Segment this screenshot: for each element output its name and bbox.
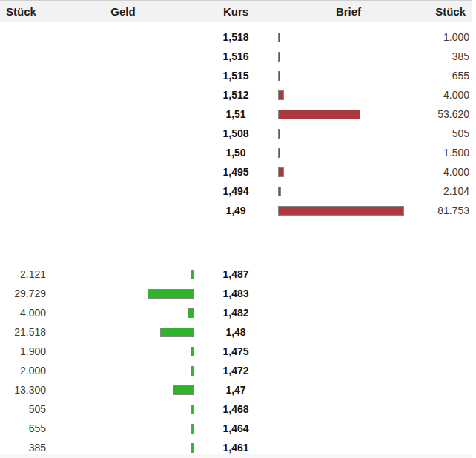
bid-row[interactable]: 1,4821.518 <box>0 322 476 342</box>
ask-volume-bar <box>278 206 404 216</box>
stueck-value: 655 <box>452 66 469 85</box>
kurs-value: 1,475 <box>191 342 280 361</box>
ask-row[interactable]: 1,5124.000 <box>0 85 476 104</box>
header-stueck-left: Stück <box>6 1 36 22</box>
ask-row[interactable]: 1,4981.753 <box>0 201 476 220</box>
kurs-value: 1,515 <box>191 66 280 85</box>
bid-volume-bar <box>191 424 194 434</box>
bid-row[interactable]: 1,4824.000 <box>0 303 476 322</box>
kurs-value: 1,487 <box>191 265 280 284</box>
ask-row[interactable]: 1,508505 <box>0 124 476 143</box>
bid-volume-bar <box>191 347 194 356</box>
ask-volume-bar <box>278 90 284 100</box>
ask-row[interactable]: 1,5181.000 <box>0 27 476 47</box>
stueck-value: 4.000 <box>443 85 469 104</box>
ask-row[interactable]: 1,5153.620 <box>0 104 476 124</box>
stueck-value: 21.518 <box>0 322 46 342</box>
kurs-value: 1,483 <box>191 284 280 303</box>
bid-rows-section: 1,4872.1211,48329.7291,4824.0001,4821.51… <box>0 265 476 457</box>
bid-row[interactable]: 1,4722.000 <box>0 361 476 380</box>
stueck-value: 2.104 <box>443 182 469 201</box>
table-header: Stück Geld Kurs Brief Stück <box>0 0 472 22</box>
kurs-value: 1,48 <box>191 322 280 342</box>
ask-row[interactable]: 1,4942.104 <box>0 182 476 201</box>
ask-volume-bar <box>278 71 280 81</box>
bid-row[interactable]: 1,4751.900 <box>0 342 476 361</box>
kurs-value: 1,512 <box>191 85 280 104</box>
stueck-value: 655 <box>0 419 46 438</box>
kurs-value: 1,50 <box>191 143 280 162</box>
stueck-value: 1.500 <box>443 143 469 162</box>
bid-volume-bar <box>191 443 194 453</box>
kurs-value: 1,518 <box>191 27 280 47</box>
ask-row[interactable]: 1,501.500 <box>0 143 476 162</box>
ask-volume-bar <box>278 33 280 42</box>
ask-volume-bar <box>278 167 284 177</box>
ask-volume-bar <box>278 52 280 62</box>
stueck-value: 2.000 <box>0 361 46 380</box>
bid-volume-bar <box>148 289 194 299</box>
header-brief: Brief <box>313 1 384 22</box>
stueck-value: 505 <box>0 399 46 419</box>
footer-strip <box>0 454 472 458</box>
kurs-value: 1,482 <box>191 303 280 322</box>
ask-volume-bar <box>278 110 360 119</box>
stueck-value: 505 <box>452 124 469 143</box>
header-geld: Geld <box>87 1 159 22</box>
ask-volume-bar <box>278 148 280 158</box>
stueck-value: 81.753 <box>437 201 469 220</box>
kurs-value: 1,51 <box>191 104 280 124</box>
bid-volume-bar <box>191 366 194 376</box>
kurs-value: 1,472 <box>191 361 280 380</box>
kurs-value: 1,47 <box>191 380 280 399</box>
ask-rows-section: 1,5181.0001,5163851,5156551,5124.0001,51… <box>0 27 476 220</box>
bid-row[interactable]: 1,468505 <box>0 399 476 419</box>
stueck-value: 1.000 <box>443 27 469 47</box>
bid-volume-bar <box>160 328 194 337</box>
header-kurs: Kurs <box>191 1 280 22</box>
kurs-value: 1,495 <box>191 162 280 182</box>
kurs-value: 1,516 <box>191 47 280 66</box>
stueck-value: 1.900 <box>0 342 46 361</box>
bid-volume-bar <box>173 385 194 395</box>
bid-row[interactable]: 1,4713.300 <box>0 380 476 399</box>
kurs-value: 1,508 <box>191 124 280 143</box>
stueck-value: 2.121 <box>0 265 46 284</box>
kurs-value: 1,49 <box>191 201 280 220</box>
stueck-value: 53.620 <box>437 104 469 124</box>
ask-row[interactable]: 1,515655 <box>0 66 476 85</box>
stueck-value: 29.729 <box>0 284 46 303</box>
ask-row[interactable]: 1,516385 <box>0 47 476 66</box>
ask-volume-bar <box>278 187 281 196</box>
stueck-value: 4.000 <box>443 162 469 182</box>
ask-row[interactable]: 1,4954.000 <box>0 162 476 182</box>
bid-volume-bar <box>191 405 194 414</box>
panel-right-border <box>472 0 472 458</box>
bid-row[interactable]: 1,464655 <box>0 419 476 438</box>
bid-volume-bar <box>191 270 194 279</box>
stueck-value: 4.000 <box>0 303 46 322</box>
ask-volume-bar <box>278 129 280 139</box>
kurs-value: 1,468 <box>191 399 280 419</box>
header-stueck-right: Stück <box>435 1 466 22</box>
kurs-value: 1,494 <box>191 182 280 201</box>
bid-row[interactable]: 1,48329.729 <box>0 284 476 303</box>
order-book-panel: Stück Geld Kurs Brief Stück 1,5181.0001,… <box>0 0 476 458</box>
bid-row[interactable]: 1,4872.121 <box>0 265 476 284</box>
stueck-value: 385 <box>452 47 469 66</box>
kurs-value: 1,464 <box>191 419 280 438</box>
bid-volume-bar <box>188 308 194 318</box>
stueck-value: 13.300 <box>0 380 46 399</box>
